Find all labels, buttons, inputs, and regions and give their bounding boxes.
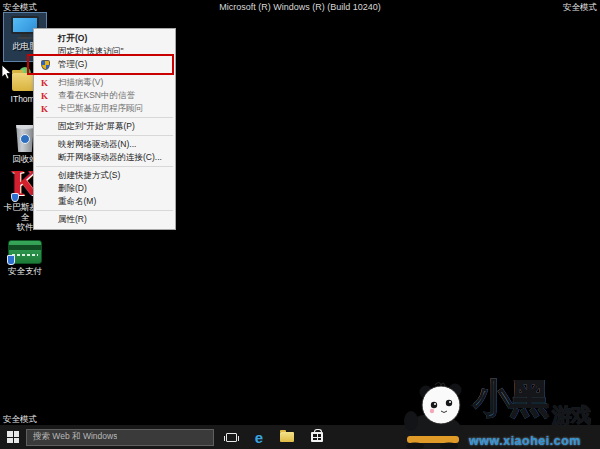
menu-item-open[interactable]: 打开(O): [34, 32, 175, 45]
mouse-cursor: [1, 64, 12, 80]
menu-separator: [36, 210, 173, 211]
menu-item-app-advisor[interactable]: K 卡巴斯基应用程序顾问: [34, 102, 175, 115]
menu-separator: [36, 166, 173, 167]
watermark-subtitle: 游戏: [552, 404, 590, 426]
menu-item-properties[interactable]: 属性(R): [34, 213, 175, 226]
menu-item-rename[interactable]: 重命名(M): [34, 195, 175, 208]
task-view-button[interactable]: [217, 425, 245, 449]
context-menu: 打开(O) 固定到"快速访问" 管理(G) K 扫描病毒(V) K 查看在KSN…: [33, 28, 176, 230]
menu-item-manage[interactable]: 管理(G): [34, 58, 175, 71]
taskbar-search-input[interactable]: 搜索 Web 和 Windows: [26, 429, 214, 446]
menu-item-disconnect-drive[interactable]: 断开网络驱动器的连接(C)...: [34, 151, 175, 164]
menu-item-map-drive[interactable]: 映射网络驱动器(N)...: [34, 138, 175, 151]
store-bag-icon: [311, 432, 323, 442]
kaspersky-icon: K: [41, 91, 48, 100]
safe-mode-label-top-right: 安全模式: [563, 2, 597, 14]
recycle-bin-icon: [15, 124, 35, 152]
menu-item-create-shortcut[interactable]: 创建快捷方式(S): [34, 169, 175, 182]
menu-separator: [36, 135, 173, 136]
desktop-icon-safe-pay[interactable]: 安全支付: [3, 240, 47, 276]
edge-browser-button[interactable]: e: [245, 425, 273, 449]
menu-separator: [36, 73, 173, 74]
menu-item-pin-quick-access[interactable]: 固定到"快速访问": [34, 45, 175, 58]
safe-money-flag-icon: [7, 255, 15, 265]
edge-icon: e: [255, 430, 263, 445]
uac-shield-icon: [41, 60, 50, 70]
taskbar: 搜索 Web 和 Windows e: [0, 425, 600, 449]
task-view-icon: [226, 433, 237, 442]
windows-store-button[interactable]: [303, 425, 331, 449]
start-button[interactable]: [0, 425, 26, 449]
menu-item-ksn-reputation[interactable]: K 查看在KSN中的信誉: [34, 89, 175, 102]
folder-icon: [280, 432, 294, 442]
windows-logo-icon: [7, 431, 19, 443]
bank-card-icon: [8, 240, 42, 264]
menu-item-scan-virus[interactable]: K 扫描病毒(V): [34, 76, 175, 89]
safe-mode-label-top-left: 安全模式: [3, 2, 37, 14]
windows-build-watermark: Microsoft (R) Windows (R) (Build 10240): [219, 2, 381, 12]
kaspersky-icon: K: [41, 78, 48, 87]
watermark-title: 小黑: [473, 377, 547, 421]
desktop: { "system": { "safe_mode_label": "安全模式",…: [0, 0, 600, 449]
recycle-emblem-icon: [20, 134, 30, 144]
menu-item-delete[interactable]: 删除(D): [34, 182, 175, 195]
menu-item-pin-start[interactable]: 固定到"开始"屏幕(P): [34, 120, 175, 133]
desktop-icon-label: 安全支付: [3, 266, 47, 276]
search-placeholder: 搜索 Web 和 Windows: [33, 431, 117, 443]
menu-separator: [36, 117, 173, 118]
file-explorer-button[interactable]: [273, 425, 301, 449]
kaspersky-icon: K: [41, 104, 48, 113]
